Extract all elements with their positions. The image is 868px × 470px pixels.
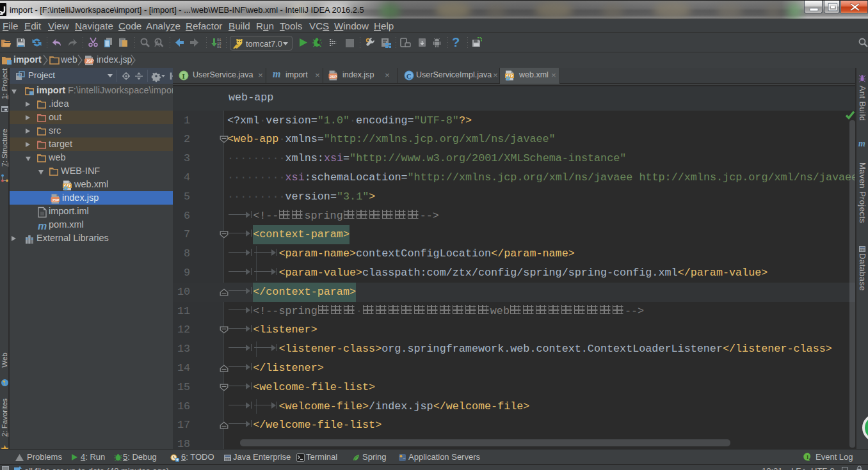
svg-text:1: 1 [806,454,809,460]
svg-text:01: 01 [217,45,221,49]
svg-text:JSP: JSP [52,198,60,202]
svg-text:JSP: JSP [86,59,94,63]
svg-text:C: C [406,72,412,80]
svg-text:I: I [182,72,185,80]
svg-text:JSP: JSP [330,74,337,79]
